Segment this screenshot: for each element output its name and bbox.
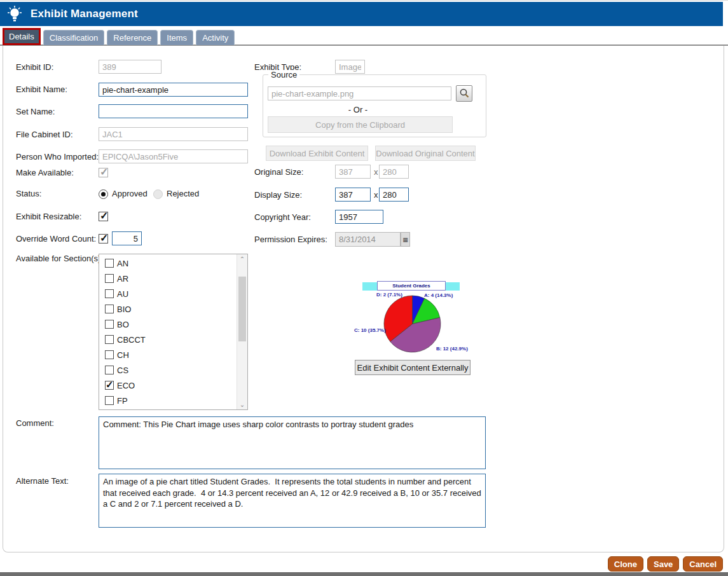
- scrollbar-thumb[interactable]: [238, 277, 246, 341]
- browse-search-button[interactable]: [456, 85, 472, 102]
- section-label: AN: [117, 259, 128, 268]
- person-who-imported-label: Person Who Imported:: [16, 152, 99, 161]
- section-item[interactable]: CH: [99, 347, 237, 362]
- scroll-up-icon[interactable]: ⌃: [237, 254, 247, 264]
- or-text: - Or -: [263, 105, 453, 114]
- original-size-separator: x: [374, 167, 378, 177]
- status-rejected-radio[interactable]: [153, 189, 163, 199]
- download-original-button: Download Original Content: [375, 146, 476, 161]
- permission-expires-field: [335, 232, 401, 247]
- set-name-field[interactable]: [99, 104, 248, 118]
- magnifier-icon: [458, 88, 470, 99]
- cancel-button[interactable]: Cancel: [683, 556, 723, 572]
- tab-classification[interactable]: Classification: [43, 30, 105, 45]
- section-label: FP: [117, 396, 128, 406]
- section-item: [99, 408, 237, 410]
- section-checkbox[interactable]: [105, 305, 114, 313]
- download-exhibit-button: Download Exhibit Content: [266, 146, 368, 161]
- section-label: ECO: [117, 381, 135, 390]
- section-item[interactable]: CBCCT: [99, 332, 237, 347]
- section-label: BO: [117, 320, 129, 329]
- section-item[interactable]: FP: [99, 393, 237, 408]
- section-label: AR: [117, 274, 128, 284]
- status-approved-label: Approved: [112, 189, 148, 198]
- override-word-count-checkbox[interactable]: [99, 234, 108, 243]
- section-checkbox[interactable]: [105, 320, 114, 329]
- make-available-label: Make Available:: [16, 168, 74, 177]
- original-size-label: Original Size:: [254, 167, 303, 177]
- copy-clipboard-button: Copy from the Clipboard: [268, 116, 453, 133]
- section-item[interactable]: CS: [99, 362, 237, 378]
- override-word-count-label: Override Word Count:: [16, 234, 96, 243]
- section-label: CH: [117, 350, 129, 360]
- pie-label-a: A: 4 (14.3%): [424, 292, 453, 298]
- source-filename-field: [268, 86, 451, 100]
- title-bar: Exhibit Management: [0, 2, 723, 26]
- section-item[interactable]: BIO: [99, 301, 237, 317]
- file-cabinet-id-label: File Cabinet ID:: [16, 130, 73, 139]
- original-size-width-field: [335, 165, 371, 179]
- tab-details[interactable]: Details: [3, 28, 41, 45]
- clone-button[interactable]: Clone: [608, 556, 643, 572]
- status-label: Status:: [16, 189, 41, 198]
- alternate-text-field[interactable]: An image of a pie chart titled Student G…: [99, 474, 486, 528]
- available-sections-label: Available for Section(s): [16, 254, 100, 263]
- bottom-bar: [0, 572, 728, 576]
- tab-reference[interactable]: Reference: [107, 30, 158, 45]
- calendar-icon: ▦: [401, 232, 410, 247]
- status-rejected-label: Rejected: [167, 189, 199, 198]
- tab-activity[interactable]: Activity: [196, 30, 235, 45]
- exhibit-management-window: Exhibit Management Details Classificatio…: [0, 0, 728, 576]
- comment-label: Comment:: [16, 418, 54, 428]
- save-button[interactable]: Save: [647, 556, 679, 572]
- footer-buttons: Clone Save Cancel: [608, 556, 723, 572]
- exhibit-resizable-checkbox[interactable]: [99, 212, 108, 221]
- section-checkbox[interactable]: [105, 396, 114, 405]
- comment-field[interactable]: Comment: This Pie Chart image uses sharp…: [99, 416, 486, 469]
- exhibit-resizable-label: Exhibit Resizable:: [16, 212, 81, 221]
- edit-externally-button[interactable]: Edit Exhibit Content Externally: [355, 360, 470, 375]
- file-cabinet-id-field: [99, 127, 248, 141]
- pie-label-b: B: 12 (42.9%): [436, 346, 468, 352]
- copyright-year-field[interactable]: [335, 210, 383, 224]
- display-size-label: Display Size:: [254, 190, 302, 200]
- section-checkbox[interactable]: [105, 335, 114, 344]
- override-word-count-field[interactable]: [112, 231, 142, 245]
- section-checkbox[interactable]: [105, 274, 114, 283]
- pie-label-c: C: 10 (35.7%): [354, 327, 386, 333]
- chart-title: Student Grades: [377, 281, 446, 291]
- sections-scrollbar[interactable]: ⌃ ⌄: [237, 254, 247, 409]
- section-checkbox[interactable]: [105, 350, 114, 359]
- section-item[interactable]: ECO: [99, 378, 237, 393]
- status-approved-radio[interactable]: [99, 189, 108, 199]
- scroll-down-icon[interactable]: ⌄: [237, 400, 247, 409]
- section-label: CBCCT: [117, 335, 146, 345]
- section-item[interactable]: AU: [99, 286, 237, 301]
- sections-list: ANARAUBIOBOCBCCTCHCSECOFP: [99, 256, 237, 410]
- exhibit-id-label: Exhibit ID:: [16, 62, 53, 72]
- display-size-separator: x: [374, 190, 378, 200]
- sections-listbox[interactable]: ANARAUBIOBOCBCCTCHCSECOFP ⌃ ⌄: [99, 254, 248, 410]
- section-checkbox[interactable]: [105, 289, 114, 298]
- set-name-label: Set Name:: [16, 107, 55, 116]
- display-size-width-field[interactable]: [335, 188, 371, 202]
- tab-strip: Details Classification Reference Items A…: [3, 28, 235, 45]
- display-size-height-field[interactable]: [379, 188, 409, 202]
- pie-chart-image: [382, 294, 443, 354]
- section-checkbox[interactable]: [105, 381, 114, 390]
- make-available-checkbox: [99, 168, 108, 177]
- section-checkbox[interactable]: [105, 259, 114, 268]
- person-who-imported-field: [99, 149, 248, 163]
- exhibit-name-label: Exhibit Name:: [16, 85, 67, 94]
- exhibit-type-field: [335, 60, 365, 74]
- section-label: CS: [117, 366, 128, 375]
- exhibit-name-field[interactable]: [99, 83, 248, 97]
- section-item[interactable]: AN: [99, 256, 237, 271]
- window-title: Exhibit Management: [31, 8, 138, 20]
- section-checkbox[interactable]: [105, 366, 114, 374]
- section-item[interactable]: AR: [99, 271, 237, 286]
- section-item[interactable]: BO: [99, 317, 237, 332]
- lightbulb-icon: [6, 5, 23, 23]
- tab-items[interactable]: Items: [160, 30, 193, 45]
- source-legend: Source: [268, 70, 299, 79]
